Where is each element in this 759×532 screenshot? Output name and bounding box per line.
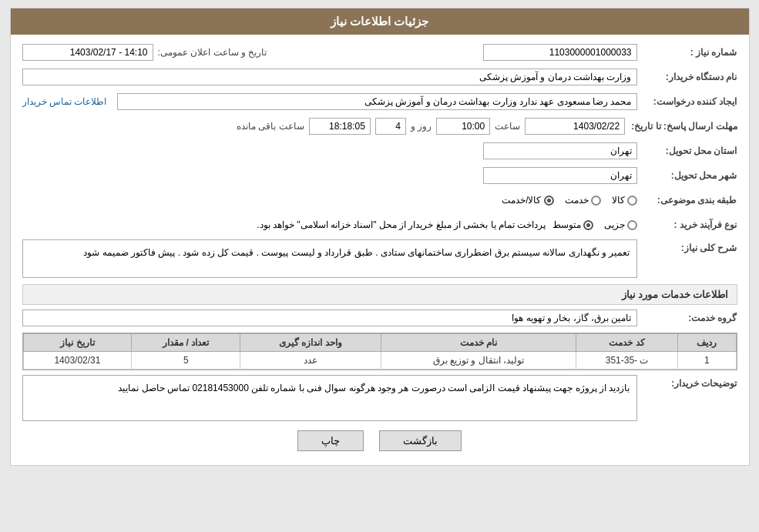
description-value: بازدید از پروژه جهت پیشنهاد قیمت الزامی … <box>22 375 637 421</box>
radio-kala-circle <box>627 196 637 206</box>
page-header: جزئیات اطلاعات نیاز <box>11 8 749 35</box>
row-mohlat: مهلت ارسال پاسخ: تا تاریخ: 1403/02/22 سا… <box>22 116 737 136</box>
ostan-value: تهران <box>483 142 637 159</box>
nooe-label: نوع فرآیند خرید : <box>637 219 737 230</box>
row-ijad: ایجاد کننده درخواست: محمد رضا مسعودی عهد… <box>22 92 737 112</box>
cell-date: 1403/02/31 <box>23 352 132 370</box>
cell-radif: 1 <box>678 352 736 370</box>
radio-jozi[interactable]: جزیی <box>604 219 637 230</box>
mohlat-saat-value: 10:00 <box>436 118 490 135</box>
cell-unit: عدد <box>240 352 381 370</box>
mohlat-label: مهلت ارسال پاسخ: تا تاریخ: <box>625 121 737 132</box>
radio-kala-khedmat[interactable]: کالا/خدمت <box>502 195 553 206</box>
mohlat-countdown: 18:18:05 <box>309 118 371 135</box>
col-count: تعداد / مقدار <box>132 334 240 352</box>
namdastgah-label: نام دستگاه خریدار: <box>637 72 737 82</box>
tarikh-label: تاریخ و ساعت اعلان عمومی: <box>158 47 267 58</box>
ijad-label: ایجاد کننده درخواست: <box>637 96 737 107</box>
nooe-note: پرداخت تمام یا بخشی از مبلغ خریدار از مح… <box>257 219 546 230</box>
row-gorooh: گروه خدمت: تامین برق، گاز، بخار و تهویه … <box>22 308 737 328</box>
radio-mottavaset-circle <box>583 220 593 230</box>
services-table: ردیف کد خدمت نام خدمت واحد اندازه گیری ت… <box>23 333 737 370</box>
radio-mottavaset[interactable]: متوسط <box>552 219 593 230</box>
header-title: جزئیات اطلاعات نیاز <box>331 15 428 28</box>
col-code: کد خدمت <box>576 334 678 352</box>
back-button[interactable]: بازگشت <box>379 430 462 451</box>
cell-code: ت -35-351 <box>576 352 678 370</box>
shomara-value: 1103000001000033 <box>483 44 637 61</box>
radio-khedmat[interactable]: خدمت <box>565 195 601 206</box>
table-row: 1ت -35-351تولید، انتقال و توزیع برقعدد51… <box>23 352 736 370</box>
row-sharh: شرح کلی نیاز: تعمیر و نگهداری سالانه سیس… <box>22 239 737 278</box>
col-name: نام خدمت <box>381 334 576 352</box>
row-tabaghebandi: طبقه بندی موضوعی: کالا خدمت کالا/خدمت <box>22 190 737 210</box>
row-namdastgah: نام دستگاه خریدار: وزارت بهداشت درمان و … <box>22 67 737 87</box>
ijad-value: محمد رضا مسعودی عهد ندارد وزارت بهداشت د… <box>117 93 636 110</box>
row-description: توضیحات خریدار: بازدید از پروژه جهت پیشن… <box>22 375 737 421</box>
shahr-label: شهر محل تحویل: <box>637 170 737 181</box>
col-unit: واحد اندازه گیری <box>240 334 381 352</box>
row-shomara: شماره نیاز : 1103000001000033 تاریخ و سا… <box>22 42 737 62</box>
services-table-wrap: ردیف کد خدمت نام خدمت واحد اندازه گیری ت… <box>22 333 737 370</box>
ijad-link[interactable]: اطلاعات تماس خریدار <box>22 96 107 107</box>
row-nooe-farayand: نوع فرآیند خرید : جزیی متوسط پرداخت تمام… <box>22 215 737 235</box>
tarikh-value: 1403/02/17 - 14:10 <box>22 44 153 61</box>
tabaghebandi-options: کالا خدمت کالا/خدمت <box>502 195 636 206</box>
radio-kala[interactable]: کالا <box>612 195 637 206</box>
cell-name: تولید، انتقال و توزیع برق <box>381 352 576 370</box>
nooe-options: جزیی متوسط <box>552 219 637 230</box>
shomara-label: شماره نیاز : <box>637 47 737 58</box>
namdastgah-value: وزارت بهداشت درمان و آموزش پزشکی <box>22 69 637 85</box>
ostan-label: استان محل تحویل: <box>637 146 737 156</box>
sharh-value: تعمیر و نگهداری سالانه سیستم برق اضطراری… <box>22 239 637 278</box>
radio-khedmat-circle <box>591 196 601 206</box>
description-label: توضیحات خریدار: <box>637 375 737 389</box>
gorooh-label: گروه خدمت: <box>637 313 737 323</box>
radio-jozi-circle <box>627 220 637 230</box>
mohlat-saat-label: ساعت <box>495 121 520 132</box>
sharh-label: شرح کلی نیاز: <box>637 239 737 253</box>
page-content: شماره نیاز : 1103000001000033 تاریخ و سا… <box>11 35 749 465</box>
mohlat-rooz-value: 4 <box>375 118 406 135</box>
khadamat-section-title: اطلاعات خدمات مورد نیاز <box>22 284 737 305</box>
button-row: بازگشت چاپ <box>22 430 737 451</box>
tabaghebandi-label: طبقه بندی موضوعی: <box>637 195 737 206</box>
mohlat-rooz-label: روز و <box>411 121 432 132</box>
col-date: تاریخ نیاز <box>23 334 132 352</box>
mohlat-date: 1403/02/22 <box>525 118 625 135</box>
cell-count: 5 <box>132 352 240 370</box>
row-shahr: شهر محل تحویل: تهران <box>22 166 737 186</box>
shahr-value: تهران <box>483 167 637 184</box>
radio-kala-khedmat-circle <box>544 196 554 206</box>
gorooh-value: تامین برق، گاز، بخار و تهویه هوا <box>22 309 637 326</box>
print-button[interactable]: چاپ <box>297 430 364 451</box>
col-radif: ردیف <box>678 334 736 352</box>
main-container: جزئیات اطلاعات نیاز شماره نیاز : 1103000… <box>10 8 750 466</box>
row-ostan: استان محل تحویل: تهران <box>22 141 737 161</box>
mohlat-baghimande-label: ساعت باقی مانده <box>237 121 304 132</box>
